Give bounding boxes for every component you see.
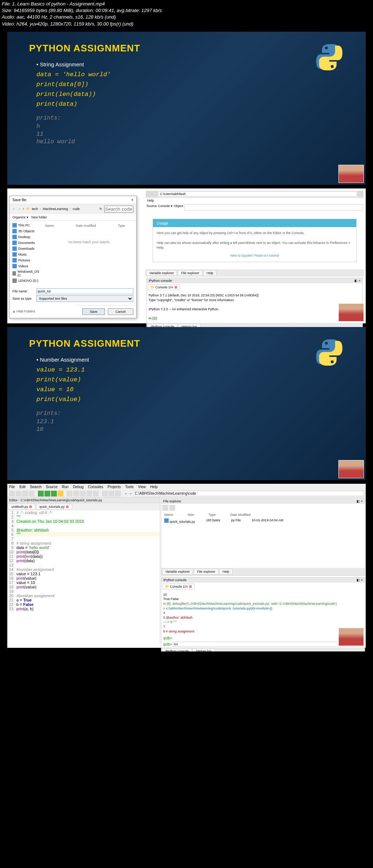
ipython-title: IPython console (149, 279, 172, 283)
tab-help[interactable]: Help (203, 270, 217, 276)
file-metadata: File: 1. Learn Basics of python - Assign… (0, 0, 373, 28)
forward-icon[interactable]: → (129, 491, 132, 495)
new-file-icon[interactable] (9, 491, 15, 497)
panel-controls[interactable]: ◧ × (354, 279, 361, 283)
slide-title: PYTHON ASSIGNMENT (29, 43, 344, 54)
code-editor[interactable]: 1# -*- coding: utf-8 -*-2"""3Created on … (7, 510, 160, 611)
pythonpath-icon[interactable] (115, 491, 121, 497)
tab-file-explorer[interactable]: File explorer (178, 270, 203, 276)
organize-button[interactable]: Organize ▾ (12, 215, 28, 219)
hide-folders-toggle[interactable]: ▲ Hide Folders (9, 308, 38, 315)
back-icon[interactable] (146, 191, 152, 196)
editor-title: Editor - C:\ABHIS\tech\MachineLearning\c… (7, 498, 160, 503)
run-icon[interactable] (38, 491, 44, 497)
workdir-input[interactable]: C:\ABHIS\tech\MachineLearning\code (133, 491, 364, 496)
step-into-icon[interactable] (73, 491, 79, 497)
up-icon[interactable] (169, 505, 175, 511)
ipdb-input[interactable] (173, 642, 363, 647)
tab-variable-explorer[interactable]: Variable explorer (146, 270, 177, 276)
python-logo-icon (315, 43, 344, 72)
dialog-title: Save file (12, 198, 26, 202)
python-logo-icon (315, 338, 344, 367)
webcam-overlay (338, 628, 364, 646)
save-icon[interactable] (22, 491, 28, 497)
webcam-overlay (338, 460, 364, 478)
saveall-icon[interactable] (29, 491, 35, 497)
back-icon[interactable] (162, 505, 168, 511)
debug-icon[interactable] (58, 491, 63, 497)
filename-input[interactable] (36, 288, 133, 294)
forward-icon[interactable] (152, 191, 157, 196)
open-icon[interactable] (16, 491, 21, 497)
folder-tree[interactable]: This PC 3D Objects Desktop Documents Dow… (9, 221, 42, 285)
step-icon[interactable] (67, 491, 72, 497)
new-folder-button[interactable]: New folder (31, 215, 47, 219)
menubar[interactable]: File Edit Search Source Run Debug Consol… (7, 484, 366, 490)
slide-number-assignment: PYTHON ASSIGNMENT Number Assignment valu… (7, 327, 366, 480)
webcam-overlay (338, 165, 364, 183)
search-input[interactable] (104, 206, 133, 213)
file-row[interactable]: quick_tutorials.py 183 bytes py File 10-… (161, 518, 365, 524)
help-menu[interactable]: Help (145, 198, 364, 203)
run-selection-icon[interactable] (51, 491, 57, 497)
toolbar[interactable]: ← → C:\ABHIS\tech\MachineLearning\code (7, 490, 366, 498)
close-icon[interactable]: × (131, 198, 133, 202)
saveas-select[interactable]: Supported text files (36, 295, 133, 302)
breadcrumb[interactable]: ←→↑ 📁 tech› MachineLearning› code ↻ (9, 204, 136, 214)
help-panel: Usage Here you can get help of any objec… (153, 219, 357, 262)
wrench-icon[interactable] (109, 491, 114, 497)
save-file-dialog: Save file × ←→↑ 📁 tech› MachineLearning›… (9, 196, 137, 318)
ipython-output[interactable]: 10True FalseIn [5]: debugfile('C:/ABHIS/… (161, 591, 365, 635)
object-input[interactable] (184, 204, 363, 210)
editor-tab[interactable]: untitled0.py⊠ (8, 504, 35, 510)
webcam-overlay (338, 303, 364, 322)
run-cell-icon[interactable] (44, 491, 50, 497)
save-button[interactable]: Save (82, 308, 105, 315)
editor-tab[interactable]: quick_tutorials.py⊠ (36, 504, 72, 510)
console-output[interactable]: Python 3.7.1 (default, Dec 10 2018, 22:5… (147, 291, 362, 323)
empty-message: No items match your search. (45, 229, 133, 255)
continue-icon[interactable] (86, 491, 92, 497)
slide-string-assignment: PYTHON ASSIGNMENT String Assignment data… (7, 32, 366, 185)
slide-subtitle: String Assignment (36, 61, 337, 67)
step-out-icon[interactable] (80, 491, 86, 497)
spyder-save-screenshot: Save file × ←→↑ 📁 tech› MachineLearning›… (7, 188, 366, 323)
console-tab[interactable]: 📁 Console 1/A⊠ (148, 284, 180, 290)
back-icon[interactable]: ← (124, 491, 128, 495)
path-input[interactable]: C:\Users\abhilash (158, 191, 357, 196)
zoom-icon[interactable] (102, 491, 108, 497)
spyder-ide: File Edit Search Source Run Debug Consol… (7, 484, 366, 648)
tutorial-link[interactable]: New to Spyder? Read our tutorial (157, 253, 353, 258)
cancel-button[interactable]: Cancel (108, 308, 133, 315)
stop-icon[interactable] (93, 491, 99, 497)
folder-icon[interactable] (358, 191, 363, 196)
